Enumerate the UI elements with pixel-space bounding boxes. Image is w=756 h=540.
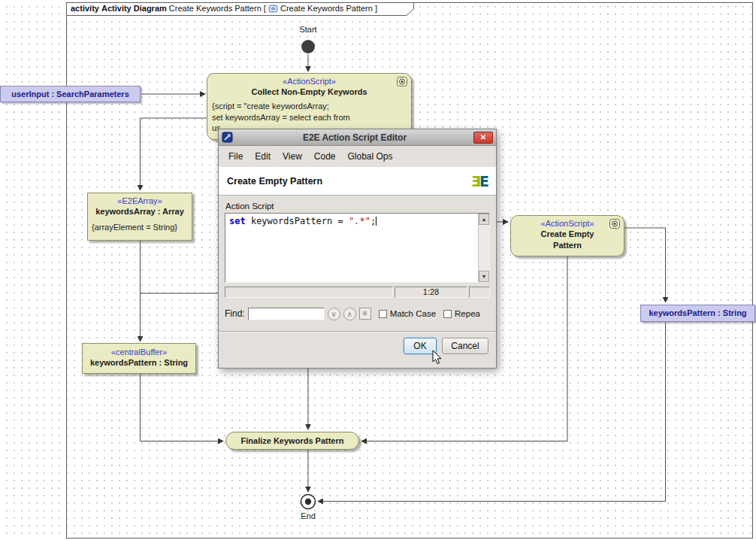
menu-item-code[interactable]: Code: [308, 149, 342, 164]
frame-diagram-name: Create Keywords Pattern: [169, 4, 262, 13]
menu-item-edit[interactable]: Edit: [249, 149, 277, 164]
keywordspattern-store-label: keywordsPattern : String: [649, 308, 746, 317]
node-userinput[interactable]: userInput : SearchParameters: [0, 86, 141, 102]
node-centralbuffer[interactable]: «centralBuffer» keywordsPattern : String: [82, 343, 196, 374]
cursor-position-indicator: 1:28: [395, 287, 467, 298]
finalize-title: Finalize Keywords Pattern: [241, 436, 344, 445]
repeat-checkbox[interactable]: Repea: [443, 309, 480, 318]
edge-collect-to-keywordsarray[interactable]: [141, 118, 207, 190]
highlight-all-icon[interactable]: ≡: [359, 308, 371, 320]
checkbox-box[interactable]: [443, 310, 452, 318]
find-previous-icon[interactable]: ∧: [343, 308, 356, 320]
createempty-title-line1: Create Empty: [511, 229, 624, 240]
node-keywordsarray[interactable]: «E2EArray» keywordsArray : Array {arrayE…: [87, 193, 192, 241]
final-node-core: [305, 499, 311, 505]
dialog-titlebar[interactable]: E2E Action Script Editor ✕: [219, 129, 496, 146]
centralbuffer-title: keywordsPattern : String: [83, 357, 195, 369]
behavior-badge-icon: [609, 219, 620, 230]
frame-diagram-type: Activity Diagram: [101, 4, 167, 13]
cancel-button[interactable]: Cancel: [442, 338, 488, 354]
start-label: Start: [289, 25, 327, 34]
node-finalize-keywords-pattern[interactable]: Finalize Keywords Pattern: [225, 432, 359, 450]
match-case-checkbox[interactable]: Match Case: [379, 309, 436, 318]
scroll-up-icon[interactable]: ▲: [479, 214, 489, 225]
collect-title: Collect Non-Empty Keywords: [207, 86, 411, 98]
frame-ref-name: Create Keywords Pattern: [280, 4, 373, 13]
keywordsarray-stereotype: «E2EArray»: [88, 196, 192, 206]
createempty-title-line2: Pattern: [511, 240, 624, 251]
node-userinput-label: userInput : SearchParameters: [11, 89, 129, 99]
horizontal-scrollbar[interactable]: [225, 287, 393, 298]
find-input[interactable]: [248, 308, 325, 320]
dialog-buttons: OK Cancel: [219, 332, 496, 354]
menu-item-file[interactable]: File: [222, 149, 249, 164]
initial-node[interactable]: [301, 40, 315, 53]
end-label: End: [289, 511, 327, 520]
action-script-label: Action Script: [225, 202, 496, 211]
find-label: Find:: [225, 308, 245, 319]
code-line: set keywordsPattern = ".*";: [225, 214, 489, 229]
close-button[interactable]: ✕: [473, 132, 493, 144]
keywordsarray-title: keywordsArray : Array: [88, 206, 192, 217]
dialog-menubar: File Edit View Code Global Ops: [219, 146, 496, 167]
frame-bracket-close: ]: [375, 4, 377, 13]
find-next-icon[interactable]: ∨: [328, 308, 340, 320]
frame-kind: activity: [71, 4, 99, 13]
scroll-down-icon[interactable]: ▼: [479, 271, 489, 282]
checkbox-box[interactable]: [379, 310, 387, 318]
app-icon: [222, 132, 233, 143]
edge-createempty-to-keywordspattern[interactable]: [624, 228, 666, 302]
action-script-editor-dialog: E2E Action Script Editor ✕ File Edit Vie…: [218, 129, 497, 369]
vertical-scrollbar[interactable]: ▲ ▼: [478, 214, 489, 282]
status-spacer: [469, 287, 490, 298]
centralbuffer-stereotype: «centralBuffer»: [83, 347, 195, 357]
editor-status-row: 1:28: [225, 287, 490, 298]
dialog-title: E2E Action Script Editor: [236, 132, 473, 143]
behavior-badge-icon: [397, 77, 407, 88]
scrollbar-track[interactable]: [479, 225, 489, 271]
collect-stereotype: «ActionScript»: [207, 76, 411, 86]
frame-header: activity Activity Diagram Create Keyword…: [71, 4, 377, 13]
createempty-stereotype: «ActionScript»: [511, 218, 624, 229]
keywordsarray-constraint: {arrayElement = String}: [88, 217, 192, 232]
activity-diagram-icon: [268, 5, 278, 13]
node-keywordspattern-store[interactable]: keywordsPattern : String: [640, 305, 755, 322]
action-script-editor-area[interactable]: set keywordsPattern = ".*"; ▲ ▼: [225, 213, 490, 283]
mouse-cursor: [432, 350, 443, 369]
match-case-label: Match Case: [390, 309, 436, 318]
node-create-empty-pattern[interactable]: «ActionScript» Create Empty Pattern: [510, 215, 624, 256]
e2e-logo-icon: ƎE: [471, 173, 488, 190]
menu-item-global-ops[interactable]: Global Ops: [342, 149, 399, 164]
menu-item-view[interactable]: View: [277, 149, 308, 164]
diagram-canvas: activity Activity Diagram Create Keyword…: [0, 0, 756, 540]
find-bar: Find: ∨ ∧ ≡ Match Case Repea: [225, 305, 496, 322]
edge-centralbuffer-to-finalize[interactable]: [141, 374, 224, 441]
text-caret: [376, 217, 376, 226]
dialog-header-title: Create Empty Pattern: [227, 176, 471, 187]
dialog-header: Create Empty Pattern ƎE: [219, 167, 496, 196]
repeat-label: Repea: [455, 309, 480, 318]
